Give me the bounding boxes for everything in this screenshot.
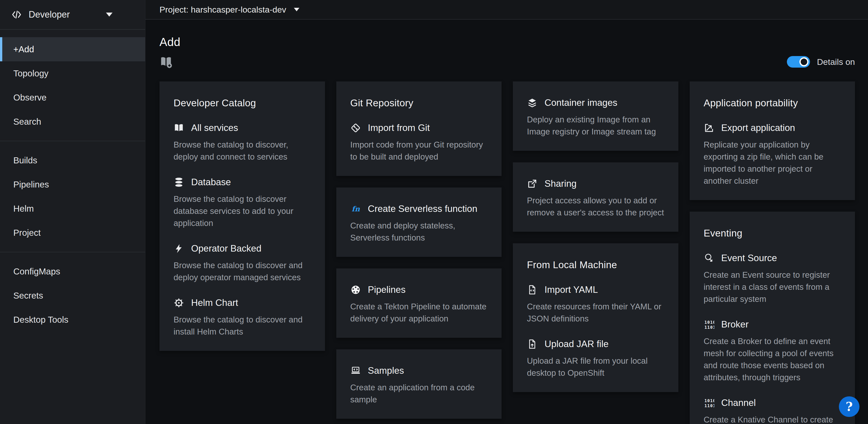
sidebar-item-add[interactable]: +Add [0,37,145,61]
add-item-title: Helm Chart [191,298,238,308]
card-container-images: Container imagesDeploy an existing Image… [513,81,678,151]
add-item-description: Import code from your Git repository to … [350,139,488,163]
add-item-title: Broker [721,319,749,330]
add-item-link-all-services[interactable]: All services [174,123,311,133]
add-item-title: Import from Git [368,123,430,133]
card-title: Eventing [704,228,841,239]
add-item-description: Create a Knative Channel to create an ev… [704,414,841,424]
add-item-link-operator-backed[interactable]: Operator Backed [174,243,311,254]
sidebar-item-pipelines[interactable]: Pipelines [0,172,145,197]
svg-text:1010: 1010 [704,320,714,325]
add-item-import-from-git: Import from GitImport code from your Git… [350,123,488,163]
add-item-title: Event Source [721,253,777,263]
add-item-samples: SamplesCreate an application from a code… [350,365,488,406]
add-item-title: Upload JAR file [545,339,609,349]
add-item-link-container-images[interactable]: Container images [527,97,664,108]
sidebar-item-project[interactable]: Project [0,221,145,245]
page-title: Add [159,35,855,49]
add-item-link-pipelines[interactable]: Pipelines [350,284,488,295]
sidebar-divider [0,141,145,141]
sidebar-item-helm[interactable]: Helm [0,197,145,221]
card-column: Application portabilityExport applicatio… [690,81,855,424]
card-column: Git RepositoryImport from GitImport code… [336,81,502,419]
app-window: Developer +AddTopologyObserveSearchBuild… [0,0,868,424]
add-item-description: Create a Broker to define an event mesh … [704,335,841,384]
add-item-description: Browse the catalog to discover and insta… [174,314,311,338]
card-samples: SamplesCreate an application from a code… [336,349,502,419]
add-cards-grid: Developer CatalogAll servicesBrowse the … [159,81,855,424]
add-item-create-serverless-function: fnCreate Serverless functionCreate and d… [350,204,488,244]
layers-icon [527,97,537,108]
card-title: Git Repository [350,97,488,109]
book-icon [174,123,184,133]
card-pipelines: PipelinesCreate a Tekton Pipeline to aut… [336,268,502,338]
add-item-link-export-application[interactable]: Export application [704,123,841,133]
add-item-description: Browse the catalog to discover database … [174,193,311,229]
add-item-title: Container images [545,97,617,108]
export-icon [704,123,714,133]
add-item-link-create-serverless-function[interactable]: fnCreate Serverless function [350,204,488,214]
add-item-link-event-source[interactable]: Event Source [704,253,841,263]
help-button[interactable]: ? [839,396,860,417]
card-column: Container imagesDeploy an existing Image… [513,81,678,392]
card-from-local-machine: From Local MachineImport YAMLCreate reso… [513,243,678,392]
add-item-link-database[interactable]: Database [174,177,311,188]
database-icon [174,177,184,188]
toggle-knob [800,57,808,66]
fn-icon: fn [350,204,361,214]
add-item-broker: 10101101BrokerCreate a Broker to define … [704,319,841,384]
card-column: Developer CatalogAll servicesBrowse the … [159,81,325,351]
add-item-description: Browse the catalog to discover and deplo… [174,259,311,283]
book-plus-icon [159,55,173,68]
sidebar-item-secrets[interactable]: Secrets [0,283,145,308]
sidebar-item-search[interactable]: Search [0,110,145,134]
add-item-description: Create resources from their YAML or JSON… [527,301,664,325]
add-item-link-broker[interactable]: 10101101Broker [704,319,841,330]
card-eventing: EventingEvent SourceCreate an Event sour… [690,211,855,424]
git-icon [350,123,361,133]
add-item-description: Deploy an existing Image from an Image r… [527,114,664,138]
add-item-title: Channel [721,398,756,408]
sidebar-item-builds[interactable]: Builds [0,148,145,172]
add-item-helm-chart: Helm ChartBrowse the catalog to discover… [174,298,311,338]
add-item-link-helm-chart[interactable]: Helm Chart [174,298,311,308]
code-icon [11,9,22,20]
sidebar-item-configmaps[interactable]: ConfigMaps [0,259,145,283]
card-git-repository: Git RepositoryImport from GitImport code… [336,81,502,176]
add-item-pipelines: PipelinesCreate a Tekton Pipeline to aut… [350,284,488,325]
add-item-import-yaml: Import YAMLCreate resources from their Y… [527,284,664,325]
chevron-down-icon [106,12,113,17]
perspective-switcher[interactable]: Developer [0,0,145,30]
card-sharing: SharingProject access allows you to add … [513,162,678,232]
main-area: Project: harshcasper-localsta-dev Add [145,0,868,424]
add-item-link-upload-jar-file[interactable]: Upload JAR file [527,339,664,349]
add-item-database: DatabaseBrowse the catalog to discover d… [174,177,311,229]
project-selector[interactable]: Project: harshcasper-localsta-dev [146,0,868,20]
bolt-icon [174,243,184,254]
quick-start-book-button[interactable] [159,55,173,68]
add-item-description: Project access allows you to add or remo… [527,195,664,219]
add-item-title: All services [191,123,238,133]
add-item-description: Replicate your application by exporting … [704,139,841,187]
add-item-title: Samples [368,365,404,376]
add-item-description: Create a Tekton Pipeline to automate del… [350,301,488,325]
add-item-channel: 10101101ChannelCreate a Knative Channel … [704,398,841,424]
add-item-link-sharing[interactable]: Sharing [527,178,664,189]
add-item-sharing: SharingProject access allows you to add … [527,178,664,219]
details-toggle-switch[interactable] [787,56,810,67]
sidebar-item-topology[interactable]: Topology [0,61,145,85]
add-item-link-samples[interactable]: Samples [350,365,488,376]
sidebar-item-desktop-tools[interactable]: Desktop Tools [0,308,145,332]
sidebar-item-observe[interactable]: Observe [0,85,145,110]
file-upload-icon [527,339,537,349]
card-application-portability: Application portabilityExport applicatio… [690,81,855,200]
add-item-title: Operator Backed [191,243,261,254]
perspective-label: Developer [29,9,70,20]
broker-icon: 10101101 [704,319,714,330]
add-item-description: Create an Event source to register inter… [704,269,841,305]
add-item-link-channel[interactable]: 10101101Channel [704,398,841,408]
add-item-link-import-from-git[interactable]: Import from Git [350,123,488,133]
chevron-down-icon [294,8,299,11]
details-toggle-label: Details on [817,57,855,67]
add-item-link-import-yaml[interactable]: Import YAML [527,284,664,295]
